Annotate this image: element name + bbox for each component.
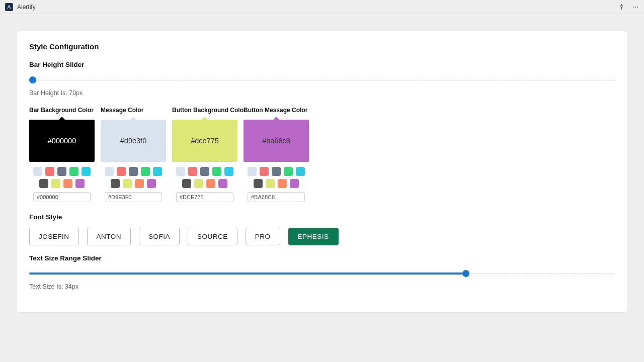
picker-label: Message Color [101, 107, 166, 114]
swatch[interactable] [260, 167, 269, 176]
font-btn-source[interactable]: SOURCE [188, 228, 237, 245]
font-style-label: Font Style [29, 213, 615, 221]
swatch[interactable] [75, 179, 85, 188]
svg-point-2 [637, 6, 638, 7]
color-picker-button-bg: Button Background Color#dce775 [172, 107, 237, 202]
svg-point-1 [635, 6, 636, 7]
font-btn-anton[interactable]: ANTON [87, 228, 131, 245]
swatches [29, 167, 95, 188]
hex-input[interactable] [105, 192, 162, 202]
swatch[interactable] [290, 179, 299, 188]
font-btn-sofia[interactable]: SOFIA [139, 228, 180, 245]
slider-track [29, 79, 615, 81]
window-titlebar: Alertify [0, 0, 644, 14]
hex-input[interactable] [33, 192, 91, 202]
workspace[interactable]: Style Configuration Bar Height Slider Ba… [0, 14, 644, 362]
swatch[interactable] [206, 179, 215, 188]
app-icon [5, 3, 13, 11]
swatch[interactable] [266, 179, 275, 188]
swatch[interactable] [278, 179, 287, 188]
swatch[interactable] [188, 167, 197, 176]
font-btn-josefin[interactable]: JOSEFIN [29, 228, 79, 245]
bar-height-slider[interactable] [29, 75, 615, 84]
swatch[interactable] [129, 167, 138, 176]
swatch[interactable] [153, 167, 162, 176]
swatch[interactable] [182, 179, 191, 188]
swatches [244, 167, 309, 188]
swatch[interactable] [33, 167, 42, 176]
pin-icon[interactable] [618, 4, 625, 11]
swatch[interactable] [248, 167, 257, 176]
color-preview: #d9e3f0 [101, 120, 166, 162]
swatch[interactable] [141, 167, 150, 176]
titlebar-left: Alertify [5, 3, 36, 11]
swatch[interactable] [57, 167, 66, 176]
text-size-slider[interactable] [29, 269, 615, 278]
text-size-label: Text Size Range Slider [29, 254, 615, 262]
color-preview: #000000 [29, 120, 95, 162]
swatch[interactable] [69, 167, 78, 176]
swatch[interactable] [39, 179, 48, 188]
text-size-status: Text Size Is: 34px [29, 283, 615, 290]
swatch[interactable] [296, 167, 305, 176]
font-style-section: Font Style JOSEFINANTONSOFIASOURCEPROEPH… [29, 213, 615, 245]
swatch[interactable] [63, 179, 72, 188]
font-buttons-row: JOSEFINANTONSOFIASOURCEPROEPHESIS [29, 228, 615, 245]
swatches [172, 167, 237, 188]
swatch[interactable] [117, 167, 126, 176]
swatch[interactable] [272, 167, 281, 176]
swatch[interactable] [200, 167, 209, 176]
picker-label: Bar Background Color [29, 107, 95, 114]
slider-thumb[interactable] [462, 270, 469, 277]
picker-label: Button Message Color [244, 107, 309, 114]
style-config-card: Style Configuration Bar Height Slider Ba… [17, 31, 627, 312]
swatch[interactable] [123, 179, 132, 188]
font-btn-pro[interactable]: PRO [246, 228, 280, 245]
color-picker-message: Message Color#d9e3f0 [101, 107, 166, 202]
app-title: Alertify [17, 4, 36, 11]
swatch[interactable] [218, 179, 227, 188]
bar-height-status: Bar Height Is: 70px [29, 89, 615, 97]
bar-height-label: Bar Height Slider [29, 61, 615, 68]
font-btn-ephesis[interactable]: EPHESIS [288, 228, 339, 245]
hex-input[interactable] [248, 192, 305, 202]
card-title: Style Configuration [29, 42, 615, 51]
swatch[interactable] [224, 167, 233, 176]
swatch[interactable] [105, 167, 114, 176]
color-picker-button-msg: Button Message Color#ba68c8 [244, 107, 309, 202]
swatch[interactable] [82, 167, 91, 176]
swatch[interactable] [51, 179, 60, 188]
color-preview: #ba68c8 [244, 120, 309, 162]
swatch[interactable] [176, 167, 185, 176]
color-pickers-row: Bar Background Color#000000Message Color… [29, 107, 615, 202]
swatch[interactable] [45, 167, 54, 176]
slider-thumb[interactable] [29, 76, 36, 83]
text-size-section: Text Size Range Slider Text Size Is: 34p… [29, 254, 615, 290]
titlebar-right [618, 4, 639, 11]
color-preview: #dce775 [172, 120, 237, 162]
swatch[interactable] [212, 167, 221, 176]
color-picker-bar-bg: Bar Background Color#000000 [29, 107, 95, 202]
swatch[interactable] [111, 179, 120, 188]
swatch[interactable] [147, 179, 156, 188]
swatch[interactable] [284, 167, 293, 176]
svg-point-0 [633, 6, 634, 7]
picker-label: Button Background Color [172, 107, 237, 114]
swatch[interactable] [135, 179, 144, 188]
hex-input[interactable] [176, 192, 233, 202]
more-icon[interactable] [632, 4, 639, 11]
swatch[interactable] [254, 179, 263, 188]
swatches [101, 167, 166, 188]
swatch[interactable] [194, 179, 203, 188]
slider-fill [29, 273, 466, 275]
